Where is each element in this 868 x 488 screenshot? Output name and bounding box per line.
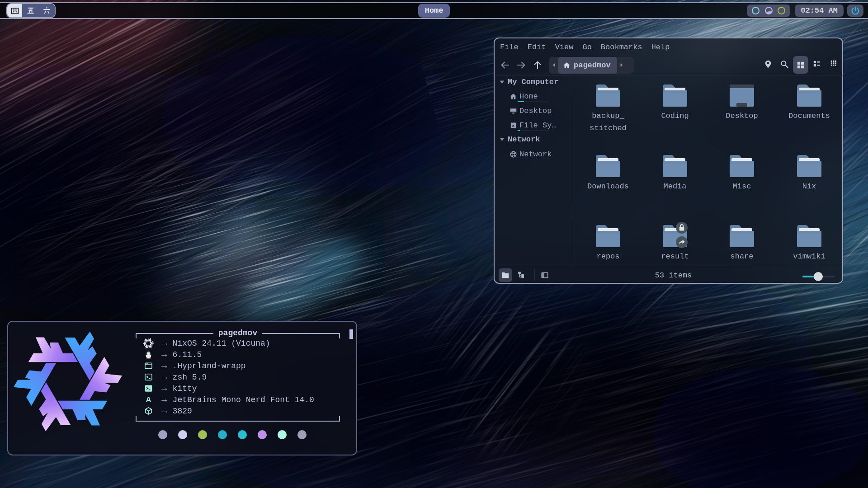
- svg-text:A: A: [146, 395, 151, 404]
